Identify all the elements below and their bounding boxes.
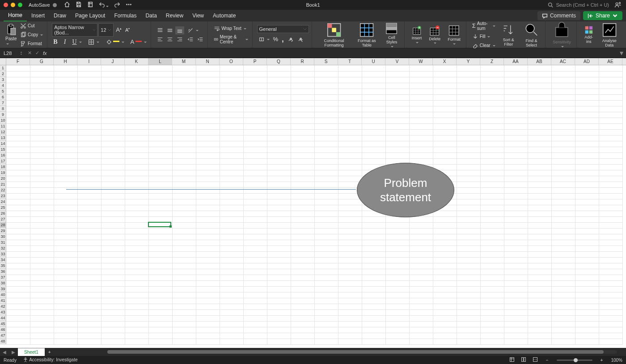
cell[interactable] [291,182,314,187]
cell[interactable] [77,280,101,286]
cell[interactable] [77,89,101,94]
cell[interactable] [338,118,362,123]
cell[interactable] [30,199,54,205]
cell[interactable] [30,147,54,152]
cell[interactable] [504,339,528,344]
cell[interactable] [314,298,338,304]
cell[interactable] [172,100,196,106]
cell[interactable] [480,304,504,309]
cell[interactable] [54,65,77,71]
row-header[interactable]: 19 [0,170,6,176]
cell[interactable] [480,339,504,344]
zoom-thumb[interactable] [574,358,578,362]
formula-expand-icon[interactable]: ▾ [617,49,626,57]
cell[interactable] [30,315,54,321]
cell[interactable] [528,216,551,222]
more-icon[interactable] [126,1,132,8]
cell[interactable] [77,106,101,112]
cell[interactable] [101,123,125,129]
cell[interactable] [385,100,409,106]
cell[interactable] [77,245,101,251]
cell[interactable] [54,158,77,164]
cell[interactable] [148,269,172,275]
search-field[interactable]: Search (Cmd + Ctrl + U) [548,2,609,8]
cell[interactable] [599,89,622,94]
cell[interactable] [433,83,457,89]
cell[interactable] [220,164,243,170]
cell[interactable] [362,269,385,275]
cell[interactable] [30,152,54,158]
orientation-button[interactable] [186,26,205,34]
row-header[interactable]: 10 [0,118,6,123]
cell[interactable] [599,327,622,333]
cell[interactable] [54,135,77,141]
cell[interactable] [6,339,30,344]
cell[interactable] [220,129,243,135]
cell[interactable] [314,112,338,118]
cell[interactable] [6,152,30,158]
cell[interactable] [77,135,101,141]
cell[interactable] [433,240,457,245]
cell[interactable] [172,298,196,304]
cell[interactable] [314,158,338,164]
cell[interactable] [457,118,480,123]
cell[interactable] [291,234,314,240]
cell[interactable] [480,176,504,182]
minimize-window-button[interactable] [11,3,15,7]
cell[interactable] [291,129,314,135]
cell[interactable] [172,339,196,344]
cell[interactable] [551,339,575,344]
cell[interactable] [291,321,314,327]
cell[interactable] [172,193,196,199]
cell[interactable] [101,100,125,106]
cell[interactable] [196,309,220,315]
cell[interactable] [362,304,385,309]
cell[interactable] [338,309,362,315]
cell[interactable] [291,164,314,170]
cell[interactable] [291,339,314,344]
cell[interactable] [172,292,196,298]
column-header[interactable]: G [30,58,54,65]
cell[interactable] [385,141,409,147]
cell[interactable] [148,339,172,344]
cell[interactable] [362,321,385,327]
cell[interactable] [599,245,622,251]
cell[interactable] [148,240,172,245]
cell[interactable] [77,321,101,327]
cell[interactable] [409,298,433,304]
cell[interactable] [148,275,172,280]
row-header[interactable]: 35 [0,263,6,269]
cell[interactable] [267,176,291,182]
cell[interactable] [196,71,220,77]
cell[interactable] [338,152,362,158]
cell[interactable] [6,222,30,228]
row-header[interactable]: 29 [0,228,6,234]
cell[interactable] [6,327,30,333]
cell[interactable] [220,304,243,309]
cell[interactable] [338,245,362,251]
cell[interactable] [77,286,101,292]
row-header[interactable]: 12 [0,129,6,135]
cell[interactable] [267,327,291,333]
cell[interactable] [385,112,409,118]
cell[interactable] [409,240,433,245]
tab-automate[interactable]: Automate [208,10,240,21]
cell[interactable] [101,240,125,245]
cell[interactable] [148,77,172,83]
cell[interactable] [125,245,148,251]
cell[interactable] [220,83,243,89]
cell[interactable] [528,100,551,106]
cell[interactable] [480,327,504,333]
column-headers[interactable]: FGHIJKLMNOPQRSTUVWXYZAAABACADAE [6,58,626,65]
cell[interactable] [101,339,125,344]
cell[interactable] [599,164,622,170]
cell[interactable] [77,182,101,187]
row-header[interactable]: 2 [0,71,6,77]
cell[interactable] [575,176,599,182]
row-header[interactable]: 20 [0,176,6,182]
cell[interactable] [409,147,433,152]
cell[interactable] [101,280,125,286]
cell[interactable] [220,321,243,327]
cell[interactable] [291,327,314,333]
cell[interactable] [575,286,599,292]
